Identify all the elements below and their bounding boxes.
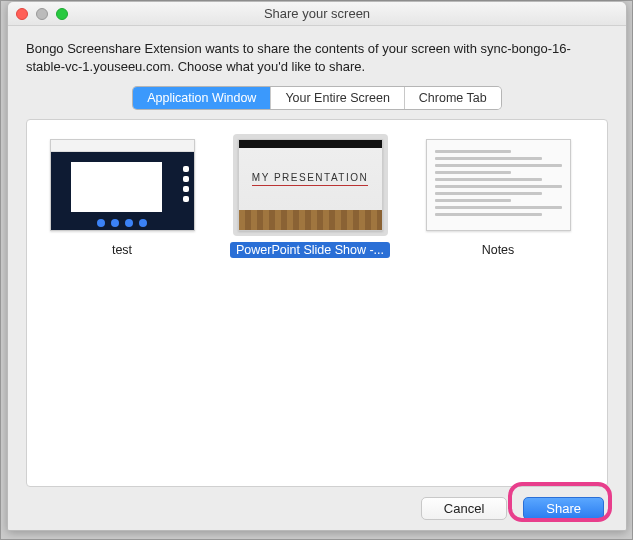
source-thumbnail: [50, 139, 195, 231]
screenshot-frame: Share your screen Bongo Screenshare Exte…: [0, 0, 633, 540]
source-thumbnail: [426, 139, 571, 231]
source-label: test: [106, 242, 138, 258]
source-label: Notes: [476, 242, 521, 258]
window-controls: [16, 8, 68, 20]
cancel-button[interactable]: Cancel: [421, 497, 507, 520]
window-title: Share your screen: [8, 6, 626, 21]
dialog-footer: Cancel Share: [26, 497, 608, 520]
source-label: PowerPoint Slide Show -...: [230, 242, 390, 258]
minimize-icon: [36, 8, 48, 20]
source-thumbnail: MY PRESENTATION: [238, 139, 383, 231]
close-icon[interactable]: [16, 8, 28, 20]
tab-chrome-tab[interactable]: Chrome Tab: [404, 87, 501, 109]
slide-title: MY PRESENTATION: [252, 172, 368, 186]
tab-entire-screen[interactable]: Your Entire Screen: [270, 87, 403, 109]
source-item[interactable]: Notes: [413, 134, 583, 258]
share-button[interactable]: Share: [523, 497, 604, 520]
source-picker: test MY PRESENTATION PowerPoint Slide Sh…: [26, 119, 608, 487]
dialog-body: Bongo Screenshare Extension wants to sha…: [8, 26, 626, 530]
tab-application-window[interactable]: Application Window: [133, 87, 270, 109]
source-item[interactable]: MY PRESENTATION PowerPoint Slide Show -.…: [225, 134, 395, 258]
dialog-description: Bongo Screenshare Extension wants to sha…: [26, 40, 608, 75]
maximize-icon[interactable]: [56, 8, 68, 20]
share-screen-dialog: Share your screen Bongo Screenshare Exte…: [7, 1, 627, 531]
source-type-tabs: Application Window Your Entire Screen Ch…: [26, 87, 608, 109]
titlebar: Share your screen: [8, 2, 626, 26]
source-item[interactable]: test: [37, 134, 207, 258]
